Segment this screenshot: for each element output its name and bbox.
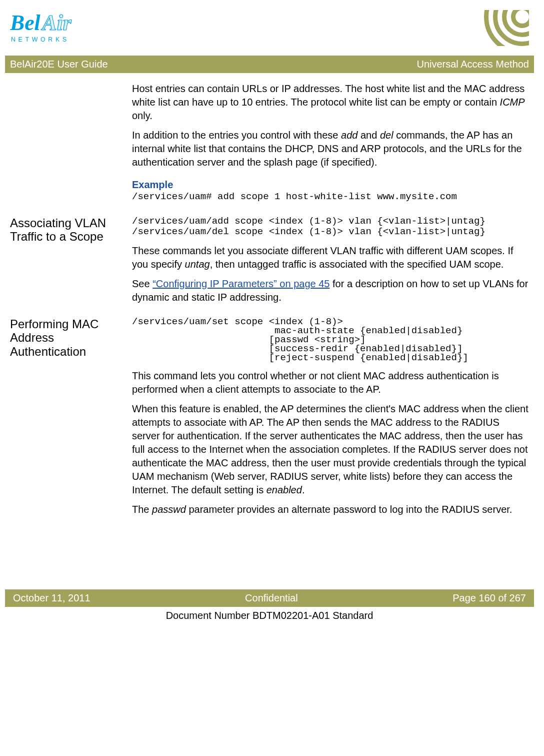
footer-date: October 11, 2011	[13, 591, 90, 605]
logo-text-bel: Bel	[10, 11, 41, 35]
intro-p1: Host entries can contain URLs or IP addr…	[132, 82, 529, 123]
heading-mac: Performing MAC Address Authentication	[10, 317, 125, 359]
logo-networks-text: NETWORKS	[11, 36, 70, 43]
header-right: Universal Access Method	[416, 58, 529, 71]
footer-page: Page 160 of 267	[452, 591, 526, 605]
header-left: BelAir20E User Guide	[10, 58, 108, 71]
vlan-p1: These commands let you associate differe…	[132, 244, 529, 271]
vlan-p2: See “Configuring IP Parameters” on page …	[132, 277, 529, 304]
svg-text:Air: Air	[40, 11, 71, 35]
intro-p2: In addition to the entries you control w…	[132, 129, 529, 169]
example-heading: Example	[132, 178, 529, 192]
doc-number: Document Number BDTM02201-A01 Standard	[10, 607, 529, 622]
mac-p1: This command lets you control whether or…	[132, 369, 529, 396]
example-code: /services/uam# add scope 1 host-white-li…	[132, 192, 529, 202]
swirl-icon	[484, 10, 529, 50]
link-configuring-ip[interactable]: “Configuring IP Parameters” on page 45	[152, 278, 330, 289]
vlan-code: /services/uam/add scope <index (1-8)> vl…	[132, 216, 529, 237]
svg-point-2	[514, 10, 530, 26]
mac-p3: The passwd parameter provides an alterna…	[132, 503, 529, 516]
logo-belair: Bel Air Air NETWORKS	[10, 10, 105, 52]
footer-bar: October 11, 2011 Confidential Page 160 o…	[5, 589, 534, 607]
mac-code: /services/uam/set scope <index (1-8)> ma…	[132, 317, 529, 362]
mac-p2: When this feature is enabled, the AP det…	[132, 402, 529, 497]
footer-confidential: Confidential	[245, 591, 298, 605]
heading-vlan: Associating VLAN Traffic to a Scope	[10, 216, 125, 244]
header-bar: BelAir20E User Guide Universal Access Me…	[5, 56, 534, 73]
